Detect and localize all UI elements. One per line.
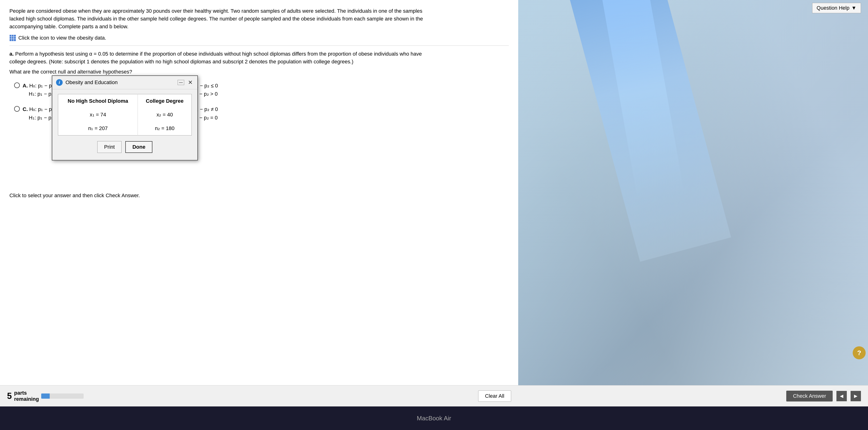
right-decoration: [518, 0, 868, 406]
col1-x: x₁ = 74: [58, 108, 138, 122]
parts-remaining: 5 parts remaining: [7, 390, 84, 402]
help-circle[interactable]: ?: [853, 346, 866, 359]
footer-controls: 5 parts remaining Clear All: [0, 385, 518, 406]
problem-text: People are considered obese when they ar…: [9, 7, 433, 30]
col1-header: No High School Diploma: [58, 94, 138, 108]
next-icon: ►: [853, 393, 859, 399]
option-c-letter: C.: [23, 106, 28, 112]
info-icon: i: [56, 79, 63, 86]
modal-close-button[interactable]: ✕: [187, 79, 194, 86]
print-label: Print: [104, 144, 115, 150]
check-answer-label: Check Answer: [793, 393, 826, 399]
radio-c[interactable]: [14, 106, 20, 112]
option-a-letter: A.: [23, 83, 28, 89]
next-button[interactable]: ►: [850, 391, 861, 401]
question-help-label: Question Help: [817, 5, 849, 11]
progress-bar: [41, 394, 84, 399]
modal-dialog: i Obesity and Education — ✕ No High Scho…: [52, 75, 198, 160]
check-answer-button[interactable]: Check Answer: [786, 391, 833, 401]
click-icon-line: Click the icon to view the obesity data.: [9, 35, 509, 41]
right-footer: Check Answer ◄ ►: [518, 385, 868, 406]
progress-bar-fill: [41, 394, 50, 399]
modal-title: Obesity and Education: [65, 80, 175, 86]
grid-icon[interactable]: [9, 35, 16, 41]
clear-all-label: Clear All: [485, 393, 504, 399]
modal-minimize-button[interactable]: —: [178, 80, 184, 85]
done-label: Done: [132, 144, 145, 150]
svg-rect-0: [9, 35, 16, 41]
prev-icon: ◄: [839, 393, 844, 399]
modal-body: No High School Diploma College Degree x₁…: [52, 89, 197, 160]
data-table: No High School Diploma College Degree x₁…: [58, 94, 192, 135]
modal-footer: Print Done: [58, 141, 192, 155]
question-help-button[interactable]: Question Help ▼: [812, 3, 861, 13]
clear-all-button[interactable]: Clear All: [478, 391, 511, 402]
bottom-bar: MacBook Air: [0, 406, 868, 430]
click-icon-text: Click the icon to view the obesity data.: [19, 35, 106, 41]
print-button[interactable]: Print: [97, 141, 122, 153]
col2-header: College Degree: [138, 94, 192, 108]
col1-n: n₁ = 207: [58, 122, 138, 135]
parts-number: 5: [7, 391, 12, 401]
modal-title-bar: i Obesity and Education — ✕: [52, 76, 197, 89]
click-instruction: Click to select your answer and then cli…: [9, 192, 509, 198]
question-label: What are the correct null and alternativ…: [9, 69, 509, 75]
part-a-content: Perform a hypothesis test using α = 0.05…: [9, 51, 422, 65]
col2-x: x₂ = 40: [138, 108, 192, 122]
close-icon: ✕: [188, 79, 193, 86]
minimize-icon: —: [179, 80, 183, 85]
col2-n: n₂ = 180: [138, 122, 192, 135]
parts-label-line1: parts: [14, 390, 39, 396]
prev-button[interactable]: ◄: [836, 391, 847, 401]
done-button[interactable]: Done: [125, 141, 152, 153]
part-a-text: a. Perform a hypothesis test using α = 0…: [9, 50, 433, 65]
parts-label-line2: remaining: [14, 396, 39, 402]
radio-a[interactable]: [14, 83, 20, 88]
part-a-label: a.: [9, 51, 14, 57]
bottom-bar-text: MacBook Air: [417, 415, 451, 422]
main-content: People are considered obese when they ar…: [0, 0, 518, 412]
chevron-down-icon: ▼: [851, 5, 857, 11]
